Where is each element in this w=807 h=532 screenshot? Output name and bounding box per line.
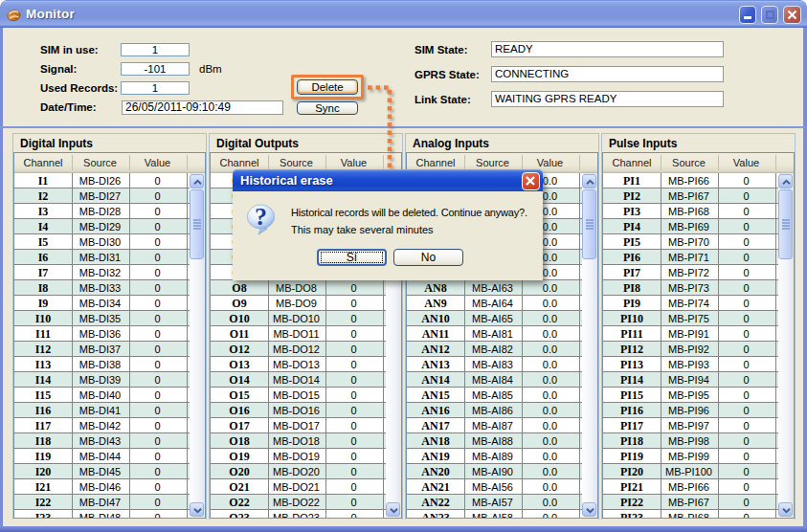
svg-text:?: ? [255, 203, 267, 231]
